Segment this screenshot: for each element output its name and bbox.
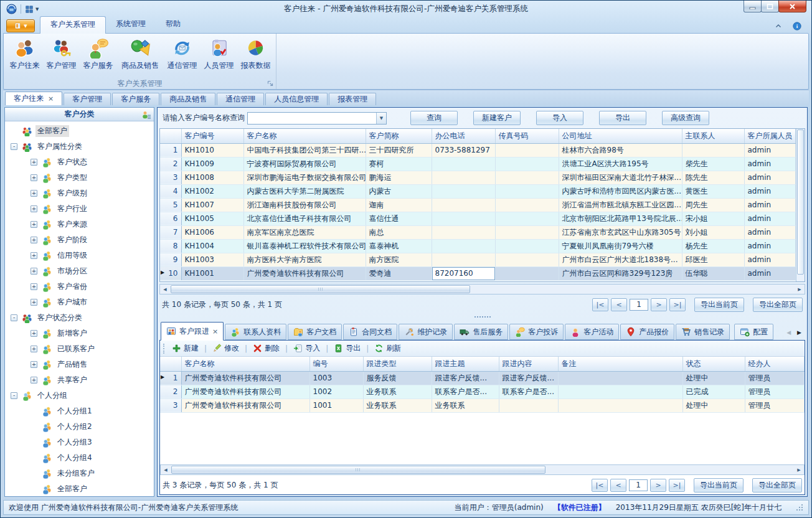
doc-tab-3[interactable]: 客户服务 [112, 93, 159, 105]
tree-item[interactable]: 个人分组4 [5, 450, 154, 466]
scroll-right-icon[interactable]: ▶ [795, 285, 805, 294]
detail-tab-9[interactable]: 产品报价 [620, 324, 674, 340]
import-button[interactable]: 导入 [536, 111, 583, 125]
column-header[interactable]: 办公电话 [432, 129, 495, 143]
ribbon-button-4[interactable]: 商品及销售 [116, 36, 164, 78]
table-row[interactable]: 3广州爱奇迪软件科技有限公司1001业务联系业务联系处理中管理员 [160, 398, 805, 412]
ribbon-tab-3[interactable]: 帮助 [156, 16, 191, 33]
ribbon-button-1[interactable]: 客户往来 [6, 36, 43, 78]
column-header[interactable]: 编号 [309, 357, 363, 371]
next-page-button[interactable]: > [651, 298, 667, 311]
query-button[interactable]: 查询 [410, 111, 458, 125]
import-button[interactable]: 导入 [290, 343, 323, 354]
tree-item[interactable]: +共享客户 [5, 372, 154, 388]
tree-item[interactable]: 全部客户 [5, 123, 154, 139]
table-row[interactable]: 1KH1010中国电子科技集团公司第三十四研...三十四研究所0733-5881… [160, 143, 796, 157]
detail-tab-1[interactable]: 客户跟进× [161, 322, 224, 341]
doc-tab-1[interactable]: 客户往来× [5, 92, 62, 105]
tree-item[interactable]: 个人分组3 [5, 435, 154, 450]
page-number-input[interactable] [630, 299, 648, 311]
table-row[interactable]: 8KH1004银川嘉泰神机工程软件技术有限公司嘉泰神机宁夏银川凤凰南街79号六楼… [160, 239, 796, 253]
table-row[interactable]: ▶1广州爱奇迪软件科技有限公司1003服务反馈跟进客户反馈...跟进客户反馈..… [160, 371, 805, 385]
column-header[interactable]: 跟进主题 [432, 357, 499, 371]
new-customer-button[interactable]: 新建客户 [473, 111, 521, 125]
panel-splitter[interactable] [159, 314, 805, 319]
detail-tab-5[interactable]: 维护记录 [399, 324, 453, 340]
minimize-button[interactable] [744, 1, 762, 12]
export-all-pages-button[interactable]: 导出全部页 [752, 478, 802, 492]
collapse-box-icon[interactable]: - [11, 392, 17, 399]
detail-tab-6[interactable]: 售后服务 [454, 324, 508, 340]
table-row[interactable]: 6KH1005北京嘉信仕通电子科技有限公司嘉信仕通北京市朝阳区北苑路甲13号院北… [160, 212, 796, 225]
h-scrollbar-thumb[interactable] [171, 466, 545, 474]
page-number-input[interactable] [629, 479, 648, 491]
horizontal-scrollbar[interactable]: ◀ ▶ [159, 284, 805, 294]
tree-item[interactable]: +新增客户 [5, 326, 154, 341]
expand-box-icon[interactable]: + [31, 190, 37, 197]
tree-item[interactable]: +客户来源 [5, 217, 154, 232]
tree-item[interactable]: +客户级别 [5, 186, 154, 201]
app-menu-button[interactable]: ▼ [6, 19, 35, 32]
resize-grip-icon[interactable] [796, 504, 803, 511]
tree-item[interactable]: +客户阶段 [5, 232, 154, 248]
doc-tab-5[interactable]: 通信管理 [217, 93, 264, 105]
scroll-left-icon[interactable]: ◀ [161, 465, 171, 474]
close-button[interactable] [778, 1, 806, 12]
column-header[interactable]: 公司地址 [559, 129, 682, 143]
h-scrollbar-thumb[interactable] [171, 285, 470, 293]
export-button[interactable]: 导出 [331, 343, 364, 354]
advanced-query-button[interactable]: 高级查询 [662, 111, 709, 125]
ribbon-button-5[interactable]: 通信管理 [164, 36, 201, 78]
ribbon-button-2[interactable]: 客户管理 [43, 36, 80, 78]
maximize-button[interactable] [761, 1, 779, 12]
tree-item[interactable]: +市场分区 [5, 263, 154, 279]
tree-item[interactable]: 全部客户 [5, 481, 154, 496]
expand-box-icon[interactable]: + [31, 283, 37, 290]
tree-item[interactable]: +客户省份 [5, 279, 154, 294]
new-button[interactable]: 新建 [169, 343, 202, 354]
combo-dropdown-icon[interactable]: ▼ [376, 113, 386, 124]
next-page-button[interactable]: > [650, 479, 666, 492]
expand-box-icon[interactable]: + [31, 330, 37, 337]
tree-item[interactable]: 个人分组2 [5, 419, 154, 435]
ribbon-tab-1[interactable]: 客户关系管理 [40, 16, 106, 34]
tree-item[interactable]: 未分组客户 [5, 466, 154, 481]
column-header[interactable]: 客户所属人员 [744, 129, 796, 143]
tree-item[interactable]: +客户行业 [5, 201, 154, 217]
detail-tab-3[interactable]: 客户文档 [288, 324, 342, 340]
table-row[interactable]: 5KH1007浙江迦南科技股份有限公司迦南浙江省温州市瓯北镇东瓯工业区园...周… [160, 198, 796, 212]
tree-item[interactable]: +客户城市 [5, 294, 154, 310]
table-row[interactable]: 7KH1006南京军区南京总医院南总江苏省南京市玄武区中山东路305号刘小姐ad… [160, 225, 796, 239]
quick-access-toolbar-button[interactable]: ▼ [25, 5, 39, 14]
horizontal-scrollbar[interactable]: ◀ ▶ [160, 464, 805, 475]
column-header[interactable]: 客户名称 [243, 129, 366, 143]
last-page-button[interactable]: >| [669, 298, 686, 311]
tree-item[interactable]: -客户属性分类 [5, 139, 154, 154]
detail-tab-11[interactable]: 配置 [734, 324, 773, 340]
column-header[interactable]: 经办人 [745, 357, 805, 371]
expand-box-icon[interactable]: + [31, 237, 37, 243]
detail-tab-2[interactable]: 联系人资料 [225, 324, 286, 340]
expand-box-icon[interactable]: + [31, 268, 37, 275]
help-info-icon[interactable]: i [793, 22, 801, 31]
first-page-button[interactable]: |< [592, 298, 608, 311]
column-header[interactable]: 主联系人 [682, 129, 744, 143]
detail-tab-7[interactable]: 客户投诉 [509, 324, 564, 340]
column-header[interactable]: 客户简称 [366, 129, 432, 143]
scroll-left-icon[interactable]: ◀ [160, 285, 170, 294]
tab-scroll-left-icon[interactable]: ◀ [786, 329, 791, 336]
expand-box-icon[interactable]: + [31, 159, 37, 166]
collapse-box-icon[interactable]: - [11, 143, 17, 150]
dialog-launcher-icon[interactable] [267, 80, 274, 87]
table-row[interactable]: 4KH1002内蒙古医科大学第二附属医院内蒙古内蒙古呼和浩特市回民区内蒙古医..… [160, 184, 796, 198]
close-tab-icon[interactable]: × [48, 95, 54, 102]
registered-link[interactable]: 【软件已注册】 [554, 502, 606, 513]
prev-page-button[interactable]: < [611, 298, 627, 311]
expand-box-icon[interactable]: + [31, 346, 37, 352]
tree-item[interactable]: +客户状态 [5, 154, 154, 170]
column-header[interactable]: 跟进类型 [363, 357, 432, 371]
tree-item[interactable]: +客户类型 [5, 170, 154, 186]
table-row[interactable]: 2广州爱奇迪软件科技有限公司1002业务联系联系客户是否...联系客户是否...… [160, 385, 805, 398]
detail-tab-10[interactable]: 销售记录 [676, 324, 730, 340]
tree-item[interactable]: +已联系客户 [5, 341, 154, 357]
